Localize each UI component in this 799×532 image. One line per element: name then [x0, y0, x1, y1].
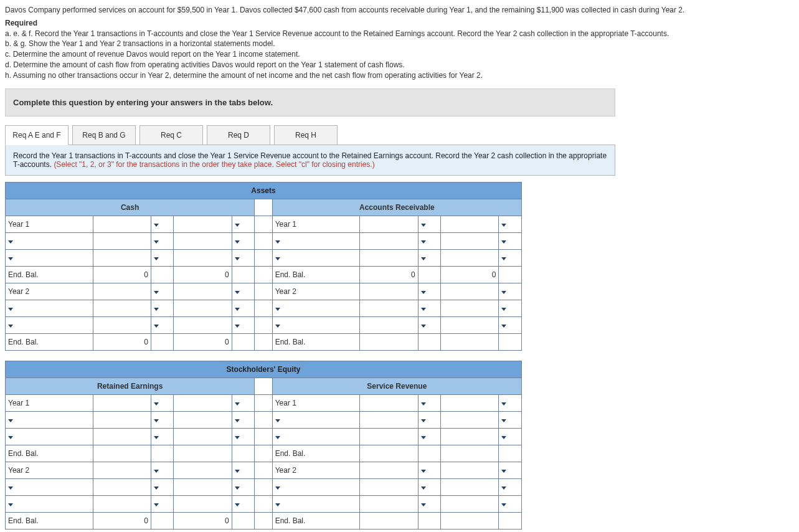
ar-y2-r3-debit[interactable]	[360, 316, 418, 333]
ar-y1-r2-do[interactable]	[418, 232, 441, 249]
cash-y1-r2-do[interactable]	[151, 232, 174, 249]
cash-y2-r2-debit[interactable]	[93, 300, 151, 316]
sr-y2-r2-debit[interactable]	[360, 478, 418, 495]
ar-y2-r3-co[interactable]	[499, 316, 522, 333]
sr-y1-debit[interactable]	[360, 394, 418, 411]
ar-y2-r2-credit[interactable]	[441, 300, 499, 316]
sr-y2-r3-do[interactable]	[418, 495, 441, 512]
sr-y2-r3-credit[interactable]	[441, 495, 499, 512]
sr-y1-row3-label[interactable]	[272, 428, 360, 445]
ar-y1-r2-co[interactable]	[499, 232, 522, 249]
tab-req-b-g[interactable]: Req B and G	[72, 125, 136, 145]
ar-y1-debit-order[interactable]	[418, 216, 441, 232]
ar-y2-r3-do[interactable]	[418, 316, 441, 333]
cash-y1-credit-order[interactable]	[232, 216, 255, 232]
re-y1-credit[interactable]	[174, 394, 232, 411]
re-y2-row2-label[interactable]	[6, 478, 93, 495]
cash-y2-debit[interactable]	[93, 283, 151, 300]
ar-y1-credit-order[interactable]	[499, 216, 522, 232]
cash-y2-r3-do[interactable]	[151, 316, 174, 333]
re-y1-do[interactable]	[151, 394, 174, 411]
cash-y1-credit[interactable]	[174, 216, 232, 232]
sr-y1-do[interactable]	[418, 394, 441, 411]
cash-y2-r2-credit[interactable]	[174, 300, 232, 316]
sr-y2-row2-label[interactable]	[272, 478, 360, 495]
ar-y1-debit[interactable]	[360, 216, 418, 232]
re-y1-r3-credit[interactable]	[174, 428, 232, 445]
re-y2-r3-co[interactable]	[232, 495, 255, 512]
re-y2-credit[interactable]	[174, 462, 232, 478]
cash-y2-r2-co[interactable]	[232, 300, 255, 316]
ar-y2-co[interactable]	[499, 283, 522, 300]
cash-y1-row2-label[interactable]	[6, 232, 93, 249]
re-y2-r3-credit[interactable]	[174, 495, 232, 512]
ar-y2-row2-label[interactable]	[272, 300, 360, 316]
cash-y2-row2-label[interactable]	[6, 300, 93, 316]
sr-y2-r2-credit[interactable]	[441, 478, 499, 495]
sr-y2-co[interactable]	[499, 462, 522, 478]
re-y1-co[interactable]	[232, 394, 255, 411]
cash-y2-r3-debit[interactable]	[93, 316, 151, 333]
cash-y1-r2-co[interactable]	[232, 232, 255, 249]
ar-y1-r2-debit[interactable]	[360, 232, 418, 249]
re-y2-co[interactable]	[232, 462, 255, 478]
cash-y1-r3-credit[interactable]	[174, 249, 232, 266]
ar-y1-row3-label[interactable]	[272, 249, 360, 266]
sr-y1-r2-co[interactable]	[499, 411, 522, 428]
sr-y1-r2-do[interactable]	[418, 411, 441, 428]
cash-y1-r2-credit[interactable]	[174, 232, 232, 249]
sr-y1-credit[interactable]	[441, 394, 499, 411]
re-y1-row3-label[interactable]	[6, 428, 93, 445]
sr-y2-credit[interactable]	[441, 462, 499, 478]
tab-req-d[interactable]: Req D	[207, 125, 270, 145]
ar-y1-r3-credit[interactable]	[441, 249, 499, 266]
sr-y2-r3-debit[interactable]	[360, 495, 418, 512]
cash-y2-credit[interactable]	[174, 283, 232, 300]
ar-y1-r3-do[interactable]	[418, 249, 441, 266]
cash-y2-row3-label[interactable]	[6, 316, 93, 333]
ar-y1-r3-debit[interactable]	[360, 249, 418, 266]
sr-y1-r3-do[interactable]	[418, 428, 441, 445]
re-y1-r2-credit[interactable]	[174, 411, 232, 428]
re-y2-row3-label[interactable]	[6, 495, 93, 512]
ar-y2-debit[interactable]	[360, 283, 418, 300]
tab-req-c[interactable]: Req C	[139, 125, 203, 145]
sr-y2-do[interactable]	[418, 462, 441, 478]
re-y2-r2-credit[interactable]	[174, 478, 232, 495]
sr-y1-r3-credit[interactable]	[441, 428, 499, 445]
ar-y2-r2-do[interactable]	[418, 300, 441, 316]
re-y1-r2-debit[interactable]	[93, 411, 151, 428]
ar-y2-r2-co[interactable]	[499, 300, 522, 316]
re-y2-r2-debit[interactable]	[93, 478, 151, 495]
re-y1-r2-co[interactable]	[232, 411, 255, 428]
tab-req-h[interactable]: Req H	[274, 125, 338, 145]
re-y1-r3-debit[interactable]	[93, 428, 151, 445]
sr-y1-r3-debit[interactable]	[360, 428, 418, 445]
ar-y2-r2-debit[interactable]	[360, 300, 418, 316]
cash-y2-r2-do[interactable]	[151, 300, 174, 316]
sr-y2-r2-co[interactable]	[499, 478, 522, 495]
ar-y2-row3-label[interactable]	[272, 316, 360, 333]
cash-y1-r2-debit[interactable]	[93, 232, 151, 249]
sr-y2-debit[interactable]	[360, 462, 418, 478]
sr-y1-r3-co[interactable]	[499, 428, 522, 445]
cash-y1-r3-do[interactable]	[151, 249, 174, 266]
tab-req-a-e-f[interactable]: Req A E and F	[5, 125, 69, 145]
cash-y2-r3-credit[interactable]	[174, 316, 232, 333]
sr-y1-row2-label[interactable]	[272, 411, 360, 428]
cash-y1-r3-co[interactable]	[232, 249, 255, 266]
re-y1-r2-do[interactable]	[151, 411, 174, 428]
re-y1-row2-label[interactable]	[6, 411, 93, 428]
sr-y2-row3-label[interactable]	[272, 495, 360, 512]
re-y2-debit[interactable]	[93, 462, 151, 478]
ar-y2-r3-credit[interactable]	[441, 316, 499, 333]
re-y2-r2-co[interactable]	[232, 478, 255, 495]
ar-y2-credit[interactable]	[441, 283, 499, 300]
ar-y1-row2-label[interactable]	[272, 232, 360, 249]
cash-y2-co[interactable]	[232, 283, 255, 300]
sr-y1-r2-credit[interactable]	[441, 411, 499, 428]
ar-y1-r3-co[interactable]	[499, 249, 522, 266]
re-y2-do[interactable]	[151, 462, 174, 478]
sr-y1-co[interactable]	[499, 394, 522, 411]
ar-y1-r2-credit[interactable]	[441, 232, 499, 249]
